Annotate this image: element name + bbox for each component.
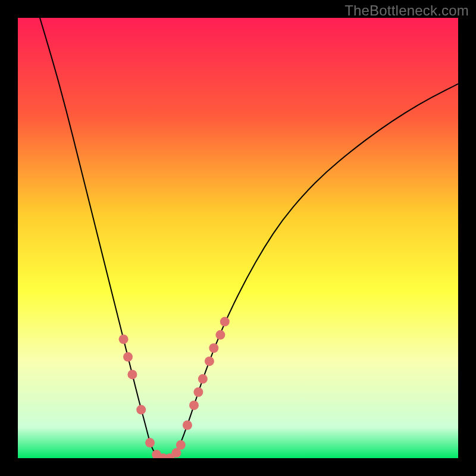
fit-point: [209, 343, 218, 353]
chart-container: TheBottleneck.com: [0, 0, 476, 476]
fit-point: [123, 352, 133, 362]
fit-point: [183, 421, 192, 430]
fit-point: [119, 334, 129, 344]
fit-point: [215, 330, 225, 340]
chart-svg: [18, 18, 458, 458]
fit-point: [198, 374, 208, 384]
gradient-background: [18, 18, 458, 458]
fit-point: [127, 369, 137, 379]
fit-point: [205, 356, 214, 366]
watermark-text: TheBottleneck.com: [345, 2, 469, 19]
plot-area: [18, 18, 458, 458]
fit-point: [145, 438, 155, 447]
fit-point: [176, 440, 186, 450]
fit-point: [136, 405, 146, 415]
fit-point: [220, 317, 230, 327]
fit-point: [189, 400, 199, 410]
fit-point: [193, 387, 203, 397]
